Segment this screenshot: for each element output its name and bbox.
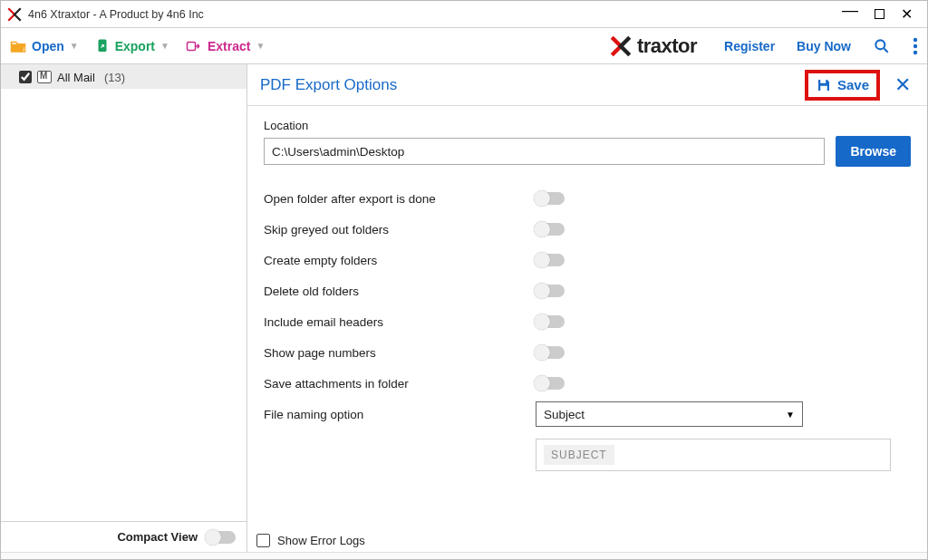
option-delete-old: Delete old folders — [264, 285, 536, 298]
mailbox-count: (13) — [104, 71, 125, 84]
export-menu[interactable]: Export ▼ — [95, 38, 169, 54]
file-naming-select[interactable]: Subject ▼ — [536, 401, 803, 427]
buy-now-link[interactable]: Buy Now — [797, 39, 851, 53]
window-title: 4n6 Xtraxtor - A Product by 4n6 Inc — [28, 8, 842, 21]
close-panel-icon[interactable]: ✕ — [891, 73, 914, 97]
mailbox-icon — [37, 71, 52, 83]
compact-view-toggle[interactable] — [207, 531, 236, 544]
caret-down-icon: ▼ — [70, 41, 79, 51]
caret-down-icon: ▼ — [786, 410, 795, 420]
option-open-folder: Open folder after export is done — [264, 192, 536, 206]
save-button[interactable]: Save — [805, 70, 880, 101]
show-error-logs-checkbox[interactable] — [256, 534, 270, 547]
location-label: Location — [264, 119, 911, 132]
minimize-icon[interactable]: — — [842, 1, 858, 20]
toggle-create-empty[interactable] — [536, 254, 565, 266]
mailbox-checkbox[interactable] — [19, 71, 32, 83]
close-icon[interactable]: ✕ — [901, 5, 913, 23]
option-create-empty: Create empty folders — [264, 254, 536, 267]
sidebar-item-all-mail[interactable]: All Mail (13) — [1, 65, 246, 89]
register-link[interactable]: Register — [724, 39, 775, 53]
brand-logo: traxtor — [608, 34, 697, 58]
toggle-save-attachments[interactable] — [536, 377, 565, 390]
caret-down-icon: ▼ — [160, 41, 169, 51]
app-logo-icon — [6, 6, 23, 23]
mailbox-label: All Mail — [57, 71, 95, 84]
open-menu[interactable]: Open ▼ — [10, 39, 79, 53]
naming-pattern-field[interactable]: SUBJECT — [536, 439, 891, 471]
location-input[interactable] — [264, 138, 825, 165]
option-page-numbers: Show page numbers — [264, 346, 536, 360]
extract-menu[interactable]: Extract ▼ — [186, 39, 265, 53]
toggle-open-folder[interactable] — [536, 192, 565, 205]
folder-open-icon — [10, 39, 26, 53]
svg-rect-1 — [187, 42, 195, 50]
option-skip-greyed: Skip greyed out folders — [264, 223, 536, 237]
toggle-delete-old[interactable] — [536, 285, 565, 297]
statusbar — [1, 552, 927, 560]
svg-point-3 — [914, 37, 917, 41]
svg-point-5 — [914, 50, 917, 53]
more-vertical-icon[interactable] — [913, 37, 918, 55]
svg-point-2 — [875, 40, 884, 49]
browse-button[interactable]: Browse — [836, 136, 911, 167]
maximize-icon[interactable] — [875, 9, 884, 19]
extract-icon — [186, 39, 202, 53]
toggle-skip-greyed[interactable] — [536, 223, 565, 236]
option-save-attachments: Save attachments in folder — [264, 377, 536, 391]
svg-rect-7 — [820, 85, 827, 90]
compact-view-label: Compact View — [117, 530, 198, 544]
toggle-include-headers[interactable] — [536, 315, 565, 328]
option-include-headers: Include email headers — [264, 315, 536, 329]
file-export-icon — [95, 38, 110, 54]
svg-point-4 — [914, 43, 917, 47]
svg-rect-6 — [820, 80, 826, 83]
caret-down-icon: ▼ — [256, 41, 265, 51]
save-disk-icon — [816, 77, 832, 93]
search-icon[interactable] — [873, 37, 891, 55]
show-error-logs-label: Show Error Logs — [277, 534, 365, 547]
toggle-page-numbers[interactable] — [536, 346, 565, 359]
file-naming-label: File naming option — [264, 408, 536, 421]
page-title: PDF Export Options — [260, 76, 805, 94]
chip-subject: SUBJECT — [544, 445, 614, 465]
